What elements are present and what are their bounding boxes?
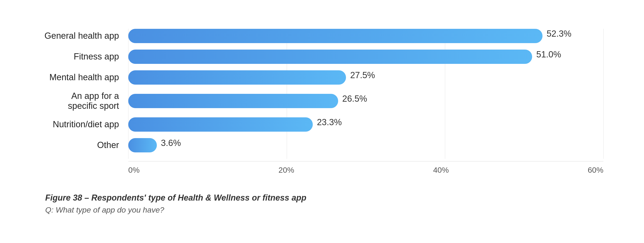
bar-label: Nutrition/diet app [40,120,128,129]
bar-fill: 23.3% [128,117,313,132]
bar-value-label: 27.5% [350,70,375,80]
bar-track: 23.3% [128,117,604,132]
caption-subtitle: Q: What type of app do you have? [45,206,604,214]
bars-wrapper: General health app52.3%Fitness app51.0%M… [40,29,604,159]
bar-row: Nutrition/diet app23.3% [40,117,604,132]
bar-label: An app for a specific sport [40,91,128,111]
chart-container: General health app52.3%Fitness app51.0%M… [22,15,622,228]
bar-track: 3.6% [128,138,604,152]
bar-label: Other [40,140,128,150]
bar-value-label: 3.6% [161,138,181,148]
bar-row: General health app52.3% [40,29,604,43]
bar-fill: 52.3% [128,29,542,43]
grid-line-60 [604,29,604,159]
bar-label: Fitness app [40,52,128,62]
caption-section: Figure 38 – Respondents' type of Health … [45,193,604,214]
bar-track: 26.5% [128,94,604,108]
axis-label: 0% [128,166,140,174]
bar-fill: 27.5% [128,70,346,84]
axis-label: 20% [278,166,294,174]
bar-value-label: 52.3% [547,29,572,39]
axis-label: 60% [588,166,604,174]
bar-fill: 26.5% [128,94,338,108]
bar-row: Fitness app51.0% [40,50,604,64]
bar-row: Mental health app27.5% [40,70,604,84]
axis-label: 40% [433,166,449,174]
bar-row: Other3.6% [40,138,604,152]
bars-section: General health app52.3%Fitness app51.0%M… [40,29,604,159]
bar-track: 52.3% [128,29,604,43]
bar-fill: 3.6% [128,138,157,152]
bar-value-label: 23.3% [317,117,342,127]
bar-row: An app for a specific sport26.5% [40,91,604,111]
bar-track: 27.5% [128,70,604,84]
axis-section: 0%20%40%60% [128,161,604,174]
bar-value-label: 51.0% [536,50,561,60]
bar-fill: 51.0% [128,50,532,64]
bar-label: Mental health app [40,72,128,82]
bar-value-label: 26.5% [342,94,367,104]
caption-title: Figure 38 – Respondents' type of Health … [45,193,604,203]
bar-track: 51.0% [128,50,604,64]
bar-label: General health app [40,31,128,41]
